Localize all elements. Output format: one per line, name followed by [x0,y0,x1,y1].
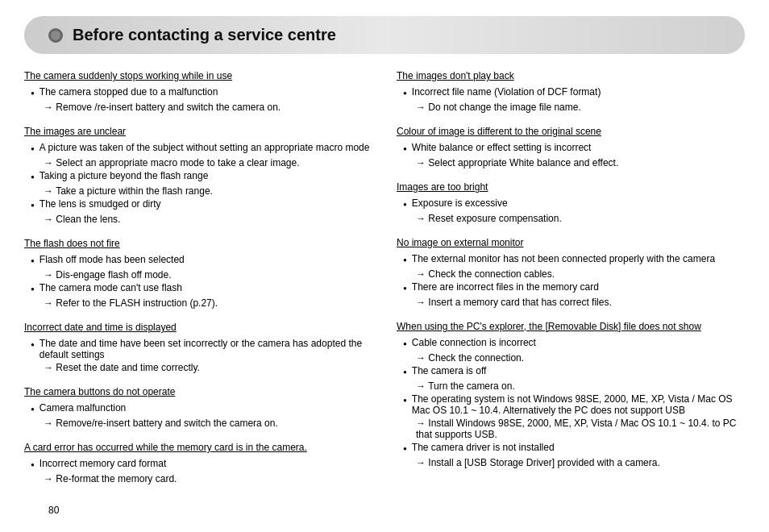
bullet-text: Exposure is excessive [412,197,508,209]
bullet-dot: ● [403,198,407,211]
bullet-dot: ● [31,199,35,212]
arrow-item: Install Windows 98SE, 2000, ME, XP, Vist… [397,418,745,440]
arrow-item: Do not change the image file name. [397,102,745,113]
section-title-colour-different: Colour of image is different to the orig… [397,126,745,137]
bullet-dot: ● [31,459,35,472]
bullet-item: ●The camera mode can't use flash [24,282,372,296]
section-flash-not-fire: The flash does not fire●Flash off mode h… [24,238,372,309]
bullet-text: Incorrect memory card format [39,458,166,469]
bullet-text: Camera malfunction [39,402,126,414]
bullet-text: The operating system is not Windows 98SE… [412,393,745,416]
bullet-item: ●There are incorrect files in the memory… [397,281,745,295]
bullet-item: ●The operating system is not Windows 98S… [397,393,745,416]
bullet-text: Cable connection is incorrect [412,337,536,348]
bullet-text: The lens is smudged or dirty [39,198,161,210]
arrow-item: Dis-engage flash off mode. [24,269,372,281]
section-no-image-monitor: No image on external monitor●The externa… [397,237,745,308]
page-wrapper: Before contacting a service centre The c… [24,16,745,532]
section-date-time: Incorrect date and time is displayed●The… [24,322,372,373]
bullet-item: ●The lens is smudged or dirty [24,198,372,212]
bullet-text: The external monitor has not been connec… [412,253,715,264]
bullet-text: Flash off mode has been selected [39,254,185,265]
section-title-no-image-monitor: No image on external monitor [397,237,745,248]
section-title-images-no-play: The images don't play back [397,70,745,81]
bullet-text: Incorrect file name (Violation of DCF fo… [412,86,601,98]
bullet-dot: ● [403,443,407,455]
section-images-unclear: The images are unclear●A picture was tak… [24,126,372,225]
section-images-bright: Images are too bright●Exposure is excess… [397,181,745,224]
arrow-item: Take a picture within the flash range. [24,185,372,197]
bullet-dot: ● [31,255,35,268]
bullet-item: ●A picture was taken of the subject with… [24,142,372,156]
arrow-item: Check the connection. [397,352,745,364]
arrow-item: Refer to the FLASH instruction (p.27). [24,297,372,309]
header-icon [48,28,63,43]
bullet-dot: ● [31,143,35,156]
bullet-dot: ● [403,338,407,351]
bullet-text: Taking a picture beyond the flash range [39,170,208,181]
bullet-item: ●The external monitor has not been conne… [397,253,745,267]
bullet-dot: ● [31,171,35,184]
section-colour-different: Colour of image is different to the orig… [397,126,745,168]
arrow-item: Re-format the memory card. [24,473,372,484]
arrow-item: Install a [USB Storage Driver] provided … [397,457,745,468]
section-title-images-unclear: The images are unclear [24,126,372,137]
left-column: The camera suddenly stops working while … [24,70,372,497]
bullet-dot: ● [31,87,35,100]
bullet-text: A picture was taken of the subject witho… [39,142,370,153]
bullet-dot: ● [31,403,35,416]
bullet-item: ●Incorrect file name (Violation of DCF f… [397,86,745,100]
bullet-dot: ● [403,254,407,267]
bullet-item: ●The date and time have been set incorre… [24,338,372,360]
bullet-dot: ● [403,282,407,295]
section-title-camera-buttons: The camera buttons do not operate [24,386,372,397]
right-column: The images don't play back●Incorrect fil… [397,70,745,497]
bullet-item: ●Incorrect memory card format [24,458,372,472]
bullet-dot: ● [31,339,35,351]
section-camera-stops: The camera suddenly stops working while … [24,70,372,113]
bullet-dot: ● [403,366,407,379]
arrow-item: Reset the date and time correctly. [24,362,372,373]
bullet-item: ●The camera is off [397,365,745,379]
section-camera-buttons: The camera buttons do not operate●Camera… [24,386,372,429]
bullet-dot: ● [31,283,35,296]
arrow-item: Select appropriate White balance and eff… [397,157,745,168]
arrow-item: Insert a memory card that has correct fi… [397,297,745,308]
arrow-item: Clean the lens. [24,214,372,225]
arrow-item: Reset exposure compensation. [397,213,745,224]
page-title: Before contacting a service centre [73,26,336,44]
bullet-text: There are incorrect files in the memory … [412,281,599,293]
bullet-text: The camera driver is not installed [412,442,555,453]
bullet-item: ●White balance or effect setting is inco… [397,142,745,156]
bullet-text: The camera is off [412,365,486,376]
bullet-dot: ● [403,143,407,156]
section-title-images-bright: Images are too bright [397,181,745,193]
bullet-dot: ● [403,87,407,100]
bullet-text: White balance or effect setting is incor… [412,142,592,153]
section-removable-disk: When using the PC's explorer, the [Remov… [397,321,745,468]
section-title-removable-disk: When using the PC's explorer, the [Remov… [397,321,745,332]
arrow-item: Select an appropriate macro mode to take… [24,157,372,168]
bullet-item: ●Taking a picture beyond the flash range [24,170,372,184]
section-title-camera-stops: The camera suddenly stops working while … [24,70,372,81]
arrow-item: Remove/re-insert battery and switch the … [24,418,372,429]
bullet-text: The camera mode can't use flash [39,282,182,293]
bullet-item: ●Flash off mode has been selected [24,254,372,268]
content-area: The camera suddenly stops working while … [24,70,745,497]
arrow-item: Turn the camera on. [397,380,745,392]
section-title-flash-not-fire: The flash does not fire [24,238,372,249]
bullet-item: ●The camera stopped due to a malfunction [24,86,372,100]
bullet-item: ●The camera driver is not installed [397,442,745,455]
bullet-text: The camera stopped due to a malfunction [39,86,218,98]
bullet-item: ●Camera malfunction [24,402,372,416]
arrow-item: Check the connection cables. [397,268,745,280]
section-title-date-time: Incorrect date and time is displayed [24,322,372,333]
bullet-item: ●Cable connection is incorrect [397,337,745,351]
section-images-no-play: The images don't play back●Incorrect fil… [397,70,745,113]
page-number: 80 [48,505,59,516]
bullet-dot: ● [403,394,407,407]
bullet-item: ●Exposure is excessive [397,197,745,211]
bullet-text: The date and time have been set incorrec… [39,338,372,360]
section-title-card-error: A card error has occurred while the memo… [24,442,372,453]
section-card-error: A card error has occurred while the memo… [24,442,372,484]
